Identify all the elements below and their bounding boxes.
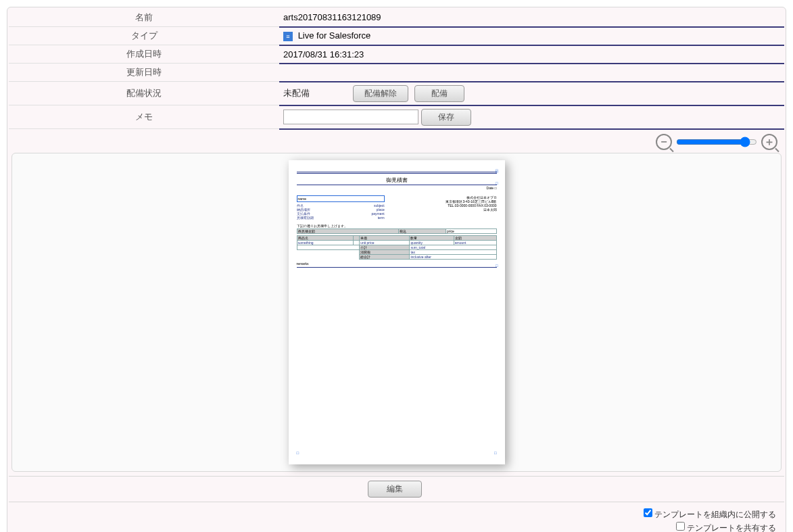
share-checkbox[interactable] <box>676 522 685 531</box>
preview-message: 下記の通りお見積申し上げます。 <box>297 224 497 228</box>
updated-label: 更新日時 <box>9 64 279 82</box>
options-block: テンプレートを組織内に公開する テンプレートを共有する <box>9 505 784 533</box>
type-value: ≡ Live for Salesforce <box>279 27 784 45</box>
publish-checkbox[interactable] <box>644 508 652 517</box>
preview-company-info: 株式会社日本オプロ 東京都港区3-43-16芝三田ビル8階 TEL:03-000… <box>391 195 497 220</box>
minus-icon: − <box>660 137 667 147</box>
memo-input[interactable] <box>283 110 418 124</box>
undeploy-button[interactable]: 配備解除 <box>353 85 408 102</box>
edit-button[interactable]: 編集 <box>368 481 422 498</box>
zoom-slider[interactable] <box>676 137 757 147</box>
publish-option[interactable]: テンプレートを組織内に公開する <box>17 508 776 521</box>
name-label: 名前 <box>9 9 279 27</box>
deploy-label: 配備状況 <box>9 82 279 105</box>
name-value: arts20170831163121089 <box>279 9 784 27</box>
updated-value <box>279 64 784 82</box>
preview-date: Date □ <box>297 186 497 190</box>
memo-label: メモ <box>9 105 279 129</box>
preview-items-table: 商品名 単価数量金額 something unit pricequantitya… <box>297 235 497 260</box>
zoom-bar: − ＋ <box>9 130 784 153</box>
created-label: 作成日時 <box>9 45 279 64</box>
preview-total-table: 御見積金額税込price <box>297 228 497 234</box>
template-preview-page[interactable]: 御見積書 Date □ name 件名subject 納品場所place 支払条… <box>289 160 505 464</box>
corner-bl-icon: □ <box>297 451 299 455</box>
preview-remarks: remarks <box>297 262 497 266</box>
publish-label: テンプレートを組織内に公開する <box>654 510 776 519</box>
share-label: テンプレートを共有する <box>687 523 776 533</box>
created-value: 2017/08/31 16:31:23 <box>279 45 784 64</box>
form-table: 名前 arts20170831163121089 タイプ ≡ Live for … <box>9 9 784 130</box>
deploy-cell: 未配備 配備解除 配備 <box>279 82 784 105</box>
preview-left-fields: name 件名subject 納品場所place 支払条件payment 見積有… <box>297 195 385 220</box>
zoom-in-button[interactable]: ＋ <box>761 134 777 150</box>
salesforce-icon: ≡ <box>283 32 293 41</box>
deploy-button[interactable]: 配備 <box>414 85 464 102</box>
deploy-status: 未配備 <box>283 88 310 98</box>
preview-title: 御見積書 <box>297 176 497 184</box>
type-text: Live for Salesforce <box>298 30 371 41</box>
zoom-out-button[interactable]: − <box>656 134 672 150</box>
memo-cell: 保存 <box>279 105 784 129</box>
template-detail-panel: 名前 arts20170831163121089 タイプ ≡ Live for … <box>7 7 786 532</box>
preview-container: 御見積書 Date □ name 件名subject 納品場所place 支払条… <box>11 153 782 472</box>
edit-bar: 編集 <box>9 476 784 502</box>
share-option[interactable]: テンプレートを共有する <box>17 522 776 533</box>
plus-icon: ＋ <box>764 137 775 147</box>
type-label: タイプ <box>9 27 279 45</box>
corner-br-icon: □ <box>494 451 497 455</box>
save-button[interactable]: 保存 <box>421 109 471 126</box>
